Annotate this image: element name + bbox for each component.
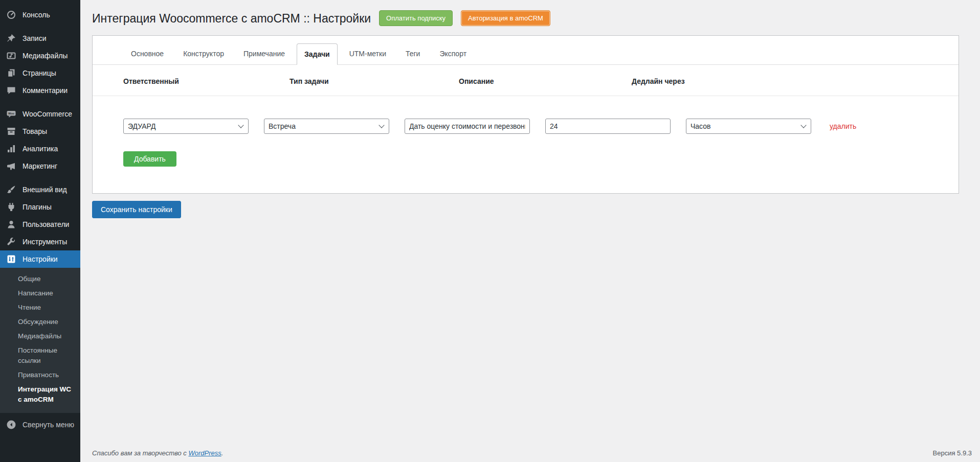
sidebar-item-plugins[interactable]: Плагины	[0, 198, 80, 216]
sidebar-item-label: Настройки	[23, 255, 58, 263]
products-icon	[6, 126, 16, 136]
admin-footer: Спасибо вам за творчество с WordPress. В…	[92, 449, 972, 457]
submenu-item-discussion[interactable]: Обсуждение	[0, 315, 80, 329]
sidebar-item-products[interactable]: Товары	[0, 123, 80, 140]
column-description: Описание	[459, 77, 632, 85]
tab-note[interactable]: Примечание	[236, 43, 293, 64]
save-settings-button[interactable]: Сохранить настройки	[92, 201, 181, 218]
settings-submenu: Общие Написание Чтение Обсуждение Медиаф…	[0, 268, 80, 413]
submenu-item-permalinks[interactable]: Постоянные ссылки	[0, 343, 80, 368]
page-header: Интеграция Woocommerce с amoCRM :: Настр…	[80, 0, 980, 26]
submenu-item-wc-amocrm[interactable]: Интеграция WC с amoCRM	[0, 382, 80, 407]
collapse-menu-label: Свернуть меню	[23, 421, 74, 429]
deadline-unit-select-wrap: Часов	[686, 119, 811, 134]
sidebar-item-label: Медиафайлы	[23, 52, 68, 60]
sidebar-item-label: Аналитика	[23, 145, 58, 153]
wrench-icon	[6, 237, 16, 247]
submenu-item-writing[interactable]: Написание	[0, 286, 80, 301]
sidebar-item-media[interactable]: Медиафайлы	[0, 47, 80, 64]
responsible-select[interactable]: ЭДУАРД	[123, 119, 249, 134]
sidebar-item-pages[interactable]: Страницы	[0, 64, 80, 82]
sidebar-item-label: Комментарии	[23, 86, 68, 95]
settings-panel: Основное Конструктор Примечание Задачи U…	[92, 35, 959, 194]
bar-chart-icon	[6, 144, 16, 154]
admin-sidebar: Консоль Записи Медиафайлы Страницы Комме…	[0, 0, 80, 462]
svg-text:Woo: Woo	[8, 112, 14, 115]
column-task-type: Тип задачи	[289, 77, 459, 85]
sidebar-item-console[interactable]: Консоль	[0, 6, 80, 24]
column-responsible: Ответственный	[123, 77, 289, 85]
pay-subscription-button[interactable]: Оплатить подписку	[379, 10, 453, 26]
footer-thanks-text: Спасибо вам за творчество с WordPress.	[92, 449, 223, 457]
admin-content: Интеграция Woocommerce с amoCRM :: Настр…	[80, 0, 980, 462]
task-columns-header: Ответственный Тип задачи Описание Дедлай…	[93, 65, 959, 96]
sidebar-item-label: Консоль	[23, 11, 50, 19]
pages-icon	[6, 68, 16, 78]
collapse-menu-button[interactable]: Свернуть меню	[0, 416, 80, 433]
tab-utm[interactable]: UTM-метки	[342, 43, 394, 64]
submenu-item-media[interactable]: Медиафайлы	[0, 329, 80, 343]
media-icon	[6, 51, 16, 61]
menu-separator	[0, 175, 80, 181]
task-row: ЭДУАРД Встреча Часов удалить	[93, 96, 959, 134]
sidebar-item-label: Внешний вид	[23, 186, 67, 194]
submenu-item-reading[interactable]: Чтение	[0, 301, 80, 315]
submenu-item-privacy[interactable]: Приватность	[0, 368, 80, 382]
page-title: Интеграция Woocommerce с amoCRM :: Настр…	[92, 11, 371, 26]
tab-main[interactable]: Основное	[123, 43, 171, 64]
collapse-arrow-icon	[6, 420, 16, 430]
tab-constructor[interactable]: Конструктор	[175, 43, 232, 64]
sidebar-item-appearance[interactable]: Внешний вид	[0, 181, 80, 198]
dashboard-icon	[6, 10, 16, 20]
sidebar-item-analytics[interactable]: Аналитика	[0, 140, 80, 157]
version-text: Версия 5.9.3	[933, 449, 972, 457]
deadline-unit-select[interactable]: Часов	[686, 119, 811, 134]
column-deadline: Дедлайн через	[632, 77, 685, 85]
sidebar-item-marketing[interactable]: Маркетинг	[0, 157, 80, 175]
sidebar-item-settings[interactable]: Настройки	[0, 250, 80, 268]
amocrm-auth-button[interactable]: Авторизация в amoCRM	[461, 10, 550, 26]
sidebar-item-label: Маркетинг	[23, 162, 57, 170]
comment-bubble-icon	[6, 85, 16, 96]
delete-task-link[interactable]: удалить	[830, 122, 856, 130]
menu-separator	[0, 24, 80, 30]
woocommerce-icon: Woo	[6, 109, 16, 119]
sidebar-item-label: Плагины	[23, 203, 52, 211]
sidebar-item-posts[interactable]: Записи	[0, 30, 80, 47]
brush-icon	[6, 184, 16, 195]
responsible-select-wrap: ЭДУАРД	[123, 119, 249, 134]
plugin-icon	[6, 202, 16, 212]
sidebar-item-label: Записи	[23, 34, 46, 42]
sidebar-item-woocommerce[interactable]: Woo WooCommerce	[0, 105, 80, 123]
settings-icon	[6, 254, 16, 264]
add-task-button[interactable]: Добавить	[123, 151, 176, 167]
pin-icon	[6, 33, 16, 43]
sidebar-item-label: Инструменты	[23, 238, 67, 246]
task-type-select[interactable]: Встреча	[264, 119, 389, 134]
sidebar-item-users[interactable]: Пользователи	[0, 216, 80, 233]
sidebar-item-label: Товары	[23, 127, 47, 135]
sidebar-item-label: WooCommerce	[23, 110, 72, 118]
sidebar-item-tools[interactable]: Инструменты	[0, 233, 80, 250]
sidebar-item-label: Страницы	[23, 69, 56, 77]
sidebar-item-comments[interactable]: Комментарии	[0, 82, 80, 99]
megaphone-icon	[6, 161, 16, 171]
sidebar-item-label: Пользователи	[23, 220, 69, 228]
settings-tabs: Основное Конструктор Примечание Задачи U…	[93, 36, 959, 65]
task-type-select-wrap: Встреча	[264, 119, 389, 134]
wordpress-link[interactable]: WordPress	[188, 449, 221, 457]
deadline-value-input[interactable]	[545, 119, 671, 134]
menu-separator	[0, 99, 80, 105]
user-icon	[6, 219, 16, 229]
tab-export[interactable]: Экспорт	[432, 43, 474, 64]
submenu-item-general[interactable]: Общие	[0, 272, 80, 286]
tab-tags[interactable]: Теги	[398, 43, 428, 64]
description-input[interactable]	[405, 119, 530, 134]
tab-tasks[interactable]: Задачи	[297, 43, 338, 65]
